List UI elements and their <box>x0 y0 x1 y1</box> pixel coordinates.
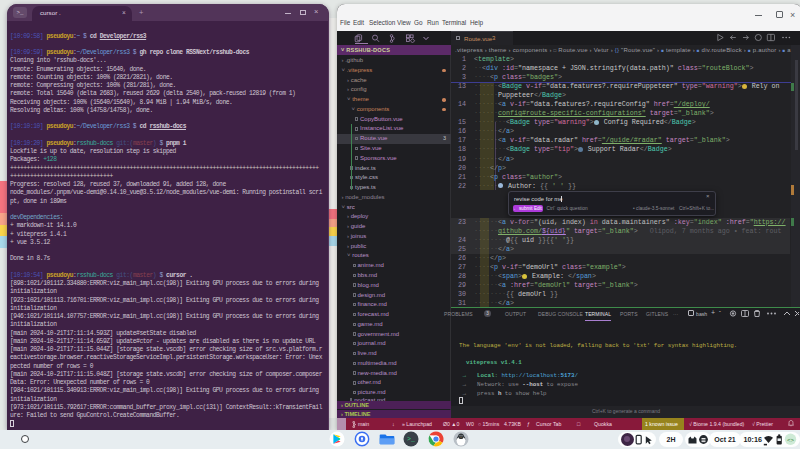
svg-text:>_: >_ <box>407 436 415 443</box>
svg-text:<>: <> <box>787 436 795 443</box>
